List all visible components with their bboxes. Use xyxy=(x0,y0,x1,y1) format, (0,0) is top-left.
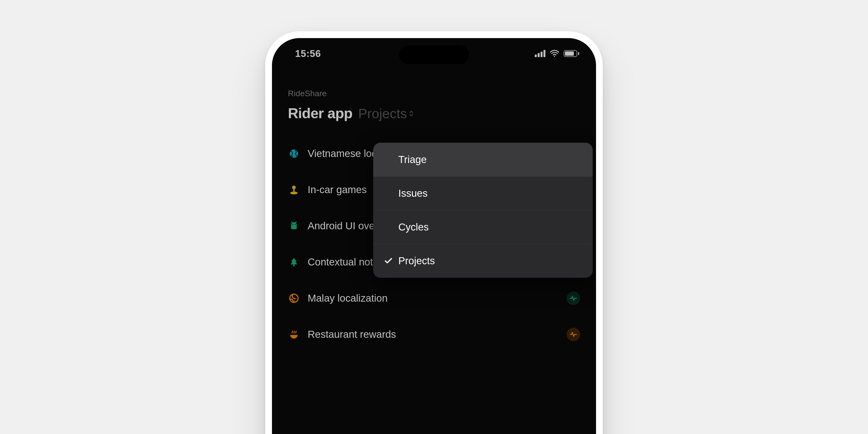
menu-item-triage[interactable]: Triage xyxy=(373,143,593,177)
phone-screen: 15:56 xyxy=(272,38,596,434)
view-menu: TriageIssuesCyclesProjects xyxy=(373,143,593,278)
menu-item-label: Issues xyxy=(398,188,428,199)
check-icon xyxy=(384,256,393,266)
menu-item-label: Cycles xyxy=(398,221,429,233)
menu-item-label: Triage xyxy=(398,154,427,165)
menu-item-issues[interactable]: Issues xyxy=(373,177,593,210)
phone-frame: 15:56 xyxy=(265,31,603,434)
menu-item-cycles[interactable]: Cycles xyxy=(373,210,593,244)
menu-item-label: Projects xyxy=(398,255,435,267)
menu-item-projects[interactable]: Projects xyxy=(373,244,593,278)
